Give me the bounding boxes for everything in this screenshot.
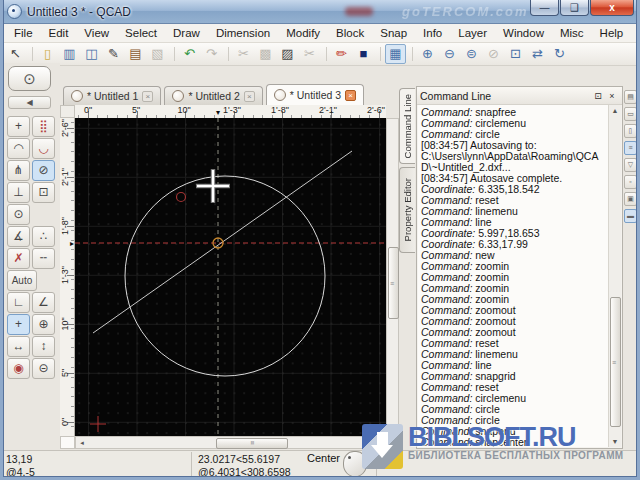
copy-button[interactable]: ▩ (255, 44, 276, 64)
snap-distance-button[interactable]: ⊡ (32, 182, 55, 203)
panel-scrollbar[interactable]: ▲ ▼ (608, 105, 621, 447)
coordinate-polar-button[interactable]: ∠ (32, 292, 55, 313)
menu-item[interactable]: Edit (41, 25, 77, 41)
menu-item[interactable]: Draw (165, 25, 208, 41)
redo-button[interactable]: ↷ (201, 44, 222, 64)
menu-item[interactable]: Snap (372, 25, 415, 41)
drawing-canvas[interactable] (75, 118, 386, 436)
menu-item[interactable]: Modify (278, 25, 328, 41)
back-button[interactable]: ◀ (8, 96, 51, 109)
application-preferences-button[interactable]: ■ (353, 44, 374, 64)
close-button[interactable]: x (590, 0, 634, 16)
auto-zoom-button[interactable]: ⊜ (461, 44, 482, 64)
titlebar-red-artifact (345, 7, 373, 16)
qcad-app-icon (7, 4, 22, 19)
minimize-button[interactable]: — (530, 0, 559, 16)
restrict-nothing-button[interactable]: + (7, 314, 30, 335)
document-tab[interactable]: * Untitled 3 × (266, 84, 364, 105)
statusbar-toggle-button[interactable]: ▬ (624, 209, 637, 223)
snap-center-button[interactable]: ⊙ (7, 204, 30, 225)
main-toolbar: ↖▯▥◫✎▤▧↶↷✂▩▨✂✏■▦⊕⊖⊜⊘⊡⇄↻ (1, 43, 639, 66)
cursor-position-marker: ▾ (216, 108, 220, 117)
command-line-toggle-button[interactable]: ≡ (624, 141, 637, 155)
snap-grid-button[interactable]: ⣿ (32, 116, 55, 137)
print-button[interactable]: ▤ (125, 44, 146, 64)
pan-button[interactable]: ⇄ (527, 44, 548, 64)
snap-intersection-manual-button[interactable]: ✗ (7, 248, 30, 269)
tab-close-icon[interactable]: × (345, 90, 356, 101)
snap-perpendicular-button[interactable]: ⊥ (7, 182, 30, 203)
menu-item[interactable]: Dimension (208, 25, 278, 41)
save-as-button[interactable]: ✎ (103, 44, 124, 64)
dock-window-button[interactable]: ▯ (624, 124, 637, 138)
tab-close-icon[interactable]: × (244, 91, 255, 102)
cursor-position-marker: ▸ (70, 239, 74, 248)
dock-float-button[interactable]: ▤ (624, 90, 637, 104)
cut-button[interactable]: ✂ (233, 44, 254, 64)
float-panel-button[interactable]: ⊡ (591, 89, 605, 102)
scrollbar-thumb[interactable] (610, 297, 621, 427)
restrict-horizontal-button[interactable]: ↔ (7, 336, 30, 357)
zoom-window-button[interactable]: ⊡ (505, 44, 526, 64)
menu-item[interactable]: Info (415, 25, 450, 41)
scroll-left-icon[interactable]: ◂ (76, 437, 88, 448)
current-tool-circle-button[interactable]: ⊙ (8, 66, 51, 91)
menu-item[interactable]: File (6, 25, 41, 41)
ruler-label: 5" (132, 105, 140, 115)
snap-tangential-button[interactable]: ∡ (7, 226, 30, 247)
dock-side-tab[interactable]: Command Line (399, 88, 415, 164)
save-button[interactable]: ◫ (81, 44, 102, 64)
menu-item[interactable]: Block (328, 25, 372, 41)
menu-item[interactable]: Window (495, 25, 552, 41)
zoom-in-button[interactable]: ⊕ (417, 44, 438, 64)
restrict-orthogonal-button[interactable]: ⊕ (32, 314, 55, 335)
dock-side-tab[interactable]: Property Editor (399, 167, 415, 253)
menu-item[interactable]: Help (592, 25, 632, 41)
delete-button[interactable]: ✂ (299, 44, 320, 64)
panel-header[interactable]: Command Line ⊡× (417, 87, 622, 105)
document-tab[interactable]: * Untitled 1 × (63, 86, 161, 105)
snap-on-entity-button[interactable]: ◡ (32, 138, 55, 159)
menu-item[interactable]: View (76, 25, 117, 41)
canvas-vertical-scrollbar[interactable] (386, 118, 399, 436)
snap-endpoints-button[interactable]: ◠ (7, 138, 30, 159)
scrollbar-thumb[interactable] (216, 438, 288, 449)
set-relative-zero-button[interactable]: ◉ (7, 358, 30, 379)
paste-button[interactable]: ▨ (277, 44, 298, 64)
snap-reference-points-button[interactable]: ∴ (32, 226, 55, 247)
maximize-button[interactable]: ❑ (560, 0, 589, 16)
undo-button[interactable]: ↶ (179, 44, 200, 64)
scroll-up-icon[interactable]: ▲ (609, 105, 621, 116)
menu-item[interactable]: Misc (552, 25, 592, 41)
tab-label: * Untitled 2 (188, 90, 239, 102)
print-preview-button[interactable]: ▧ (147, 44, 168, 64)
lock-relative-zero-button[interactable]: ⊝ (32, 358, 55, 379)
scrollbar-thumb[interactable] (388, 247, 399, 319)
snap-intersection-button[interactable]: ⋔ (7, 160, 30, 181)
small-panel-button[interactable]: ▫ (624, 175, 637, 189)
menu-item[interactable]: Layer (450, 25, 495, 41)
drawing-preferences-button[interactable]: ✏ (331, 44, 352, 64)
coordinate-cartesian-button[interactable]: ∟ (7, 292, 30, 313)
redraw-button[interactable]: ↻ (549, 44, 570, 64)
open-file-button[interactable]: ▥ (59, 44, 80, 64)
dock-restore-button[interactable]: ▭ (624, 107, 637, 121)
snap-restrict-off-button[interactable]: ╌ (32, 248, 55, 269)
new-file-button[interactable]: ▯ (37, 44, 58, 64)
previous-view-button[interactable]: ⊘ (483, 44, 504, 64)
canvas-horizontal-scrollbar[interactable]: ◂ ▸ (75, 436, 386, 449)
snap-tangent-button[interactable]: ⊘ (32, 160, 55, 181)
close-panel-button[interactable]: × (605, 89, 619, 102)
library-toggle-button[interactable]: ▣ (624, 192, 637, 206)
grid-toggle-button[interactable]: ▦ (385, 44, 406, 64)
document-tab[interactable]: * Untitled 2 × (164, 86, 262, 105)
tab-close-icon[interactable]: × (142, 91, 153, 102)
pointer-tool-button[interactable]: ↖ (5, 44, 26, 64)
snap-free-button[interactable]: + (7, 116, 30, 137)
filter-toggle-button[interactable]: ▽ (624, 158, 637, 172)
qcad-logo-icon (274, 89, 286, 101)
menu-item[interactable]: Select (117, 25, 165, 41)
snap-auto-button[interactable]: Auto (7, 270, 37, 291)
zoom-out-button[interactable]: ⊖ (439, 44, 460, 64)
restrict-vertical-button[interactable]: ↕ (32, 336, 55, 357)
